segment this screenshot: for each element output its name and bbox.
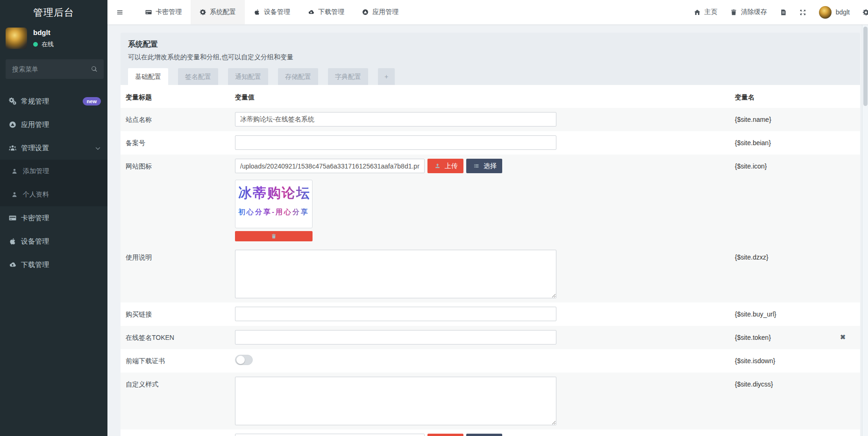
search-icon[interactable] xyxy=(91,65,98,74)
pages-icon[interactable] xyxy=(780,9,787,16)
row-var-name: {$site.icon} xyxy=(735,155,860,246)
config-tab-add[interactable]: + xyxy=(378,68,395,85)
scrollbar[interactable] xyxy=(862,25,868,436)
choose-button-label: 选择 xyxy=(484,162,497,170)
config-tab-dict[interactable]: 字典配置 xyxy=(328,68,368,85)
sidebar-item-devices[interactable]: 设备管理 xyxy=(0,230,107,253)
icon-input[interactable] xyxy=(235,159,425,173)
topbar-username: bdglt xyxy=(836,8,850,16)
buy_url-input[interactable] xyxy=(235,307,556,321)
topbar-tab-cards[interactable]: 卡密管理 xyxy=(136,0,191,25)
toggle-knob xyxy=(236,356,245,364)
app-circle-icon xyxy=(362,9,369,15)
config-table: 变量标题 变量值 变量名 站点名称{$site.name}备案号{$site.b… xyxy=(121,85,860,436)
row-value-cell: 上传选择 xyxy=(235,429,735,436)
dzxz-textarea[interactable] xyxy=(235,250,556,298)
topbar-tab-system[interactable]: 系统配置 xyxy=(191,0,245,25)
submenu-admin-settings: 添加管理个人资料 xyxy=(0,160,107,206)
trash-icon xyxy=(730,9,737,16)
remove-config-icon[interactable]: ✖ xyxy=(840,334,846,340)
chevron-down-icon xyxy=(95,145,101,151)
isdown-toggle[interactable] xyxy=(235,355,253,365)
trash-icon xyxy=(270,233,278,239)
name-input[interactable] xyxy=(235,112,556,127)
credit-card-icon xyxy=(8,214,17,222)
sidebar-item-label: 设备管理 xyxy=(21,237,49,246)
lbimg-input[interactable] xyxy=(235,434,425,436)
home-link[interactable]: 主页 xyxy=(694,8,718,16)
sidebar-item-downloads[interactable]: 下载管理 xyxy=(0,253,107,276)
row-value-cell xyxy=(235,246,735,302)
topbar-tab-apps[interactable]: 应用管理 xyxy=(353,0,407,25)
fullscreen-icon[interactable] xyxy=(799,9,806,16)
sidebar-item-add-admin[interactable]: 添加管理 xyxy=(0,160,107,183)
lbimg-choose-button[interactable]: 选择 xyxy=(466,434,502,436)
token-input[interactable] xyxy=(235,330,556,345)
settings-gear-icon[interactable] xyxy=(862,9,868,16)
row-title: 站点名称 xyxy=(121,108,235,131)
col-var-header: 变量名 xyxy=(735,85,860,108)
diycss-textarea[interactable] xyxy=(235,377,556,425)
row-var-name: {$site.name} xyxy=(735,108,860,131)
config-tab-storage[interactable]: 存储配置 xyxy=(278,68,318,85)
config-tab-basic[interactable]: 基础配置 xyxy=(128,68,168,85)
row-value-cell xyxy=(235,302,735,326)
topbar-tab-label: 应用管理 xyxy=(372,8,398,16)
row-title: 前端下载证书 xyxy=(121,349,235,373)
row-title: 备案号 xyxy=(121,131,235,155)
sidebar-item-label: 卡密管理 xyxy=(21,214,49,223)
row-value-cell xyxy=(235,373,735,429)
config-row-icon: 网站图标上传选择冰蒂购论坛初心分享-用心分享{$site.icon} xyxy=(121,155,860,246)
topbar: 卡密管理系统配置设备管理下载管理应用管理 主页 清除缓存 bdglt xyxy=(107,0,868,25)
config-row-isdown: 前端下载证书{$site.isdown} xyxy=(121,349,860,373)
user-status: 在线 xyxy=(33,40,54,49)
sidebar-item-profile[interactable]: 个人资料 xyxy=(0,183,107,206)
col-title-header: 变量标题 xyxy=(121,85,235,108)
row-title: 轮播图 xyxy=(121,429,235,436)
icon-delete-button[interactable] xyxy=(235,231,313,241)
topbar-tab-downloads[interactable]: 下载管理 xyxy=(299,0,353,25)
row-value-cell xyxy=(235,349,735,373)
row-var-name: {$site.isdown} xyxy=(735,349,860,373)
topbar-user-chip[interactable]: bdglt xyxy=(819,6,850,19)
preview-logo-text: 冰蒂购论坛 xyxy=(238,184,309,203)
topbar-tab-label: 下载管理 xyxy=(318,8,344,16)
row-var-name: {$site.dzxz} xyxy=(735,246,860,302)
scrollbar-thumb[interactable] xyxy=(863,27,868,106)
config-row-lbimg: 轮播图上传选择{$site.lbimg} xyxy=(121,429,860,436)
user-icon xyxy=(11,191,18,198)
config-tab-notify[interactable]: 通知配置 xyxy=(228,68,268,85)
topbar-tab-devices[interactable]: 设备管理 xyxy=(245,0,299,25)
search-input[interactable] xyxy=(6,59,104,79)
clear-cache-label: 清除缓存 xyxy=(741,8,767,16)
sidebar-item-apps[interactable]: 应用管理 xyxy=(0,113,107,136)
row-title: 自定义样式 xyxy=(121,373,235,429)
page-title: 系统配置 xyxy=(128,40,853,49)
row-title: 在线签名TOKEN xyxy=(121,326,235,349)
sidebar-toggle-icon[interactable] xyxy=(107,9,131,16)
sidebar-item-label: 应用管理 xyxy=(21,120,49,129)
beian-input[interactable] xyxy=(235,135,556,150)
cogs-icon xyxy=(8,98,17,105)
online-dot-icon xyxy=(33,42,38,47)
icon-upload-button[interactable]: 上传 xyxy=(427,159,463,173)
cloud-download-icon xyxy=(8,261,17,268)
avatar xyxy=(6,28,27,49)
clear-cache-link[interactable]: 清除缓存 xyxy=(730,8,767,16)
row-var-name: {$site.lbimg} xyxy=(735,429,860,436)
sidebar-menu: 常规管理new应用管理管理设置添加管理个人资料卡密管理设备管理下载管理 xyxy=(0,90,107,276)
sidebar-subitem-label: 个人资料 xyxy=(23,190,49,199)
upload-button-label: 上传 xyxy=(445,162,458,170)
sidebar-item-cards[interactable]: 卡密管理 xyxy=(0,206,107,230)
config-tab-sign[interactable]: 签名配置 xyxy=(178,68,218,85)
lbimg-upload-button[interactable]: 上传 xyxy=(427,434,463,436)
sidebar-item-general[interactable]: 常规管理new xyxy=(0,90,107,113)
credit-card-icon xyxy=(145,9,152,15)
row-var-name: {$site.diycss} xyxy=(735,373,860,429)
topbar-avatar xyxy=(819,6,832,19)
sidebar-item-admin-settings[interactable]: 管理设置 xyxy=(0,136,107,160)
card-header: 系统配置 可以在此增改系统的变量和分组,也可以自定义分组和变量 基础配置签名配置… xyxy=(121,33,860,85)
row-value-cell xyxy=(235,326,735,349)
topbar-tab-label: 系统配置 xyxy=(210,8,236,16)
icon-choose-button[interactable]: 选择 xyxy=(466,159,502,173)
